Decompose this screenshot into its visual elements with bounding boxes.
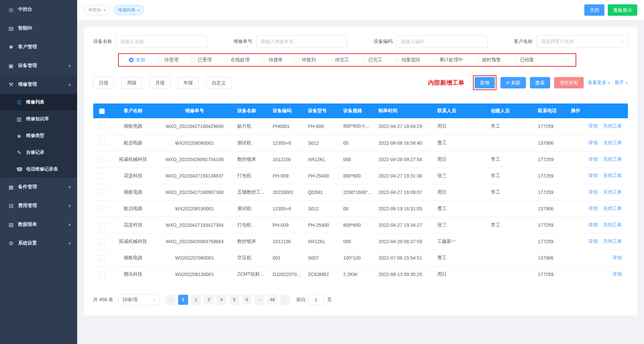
- view-more-link[interactable]: 查看更多 ∨: [588, 80, 610, 86]
- status-radio[interactable]: 累计处理中: [432, 57, 463, 63]
- close-order-link[interactable]: 关闭工单: [603, 123, 622, 129]
- column-header[interactable]: 联系人员: [433, 104, 487, 118]
- column-header[interactable]: 设备规格: [339, 104, 374, 118]
- sidebar-item-spares[interactable]: ▦ 备件管理 ∨: [0, 178, 77, 196]
- status-radio[interactable]: 结案驳回: [394, 57, 420, 63]
- clear-all-button[interactable]: 清空所有: [554, 77, 584, 88]
- page-button[interactable]: ···: [255, 295, 265, 305]
- close-order-link[interactable]: 关闭工单: [603, 206, 622, 211]
- next-page-button[interactable]: ›: [280, 295, 290, 305]
- row-checkbox[interactable]: [99, 190, 105, 195]
- row-checkbox[interactable]: [99, 255, 105, 261]
- detail-link[interactable]: 详情: [612, 271, 622, 277]
- row-checkbox[interactable]: [99, 173, 105, 179]
- report-range-button[interactable]: 周报: [121, 77, 142, 89]
- status-radio[interactable]: 待签到: [295, 57, 316, 63]
- page-button[interactable]: 2: [191, 295, 201, 305]
- status-radio[interactable]: 待完工: [328, 57, 349, 63]
- row-checkbox[interactable]: [99, 157, 105, 162]
- column-header[interactable]: 设备型号: [304, 104, 339, 118]
- report-range-button[interactable]: 月报: [150, 77, 170, 89]
- close-order-link[interactable]: 关闭工单: [603, 173, 622, 178]
- row-checkbox[interactable]: [99, 140, 105, 146]
- column-header[interactable]: 客户名称: [110, 104, 156, 118]
- column-header[interactable]: 联系电话: [534, 104, 567, 118]
- customer-select[interactable]: 请选择客户名称 ∨: [537, 35, 628, 48]
- status-radio[interactable]: 超时预警: [475, 57, 501, 63]
- sidebar-item-bi[interactable]: ▤ 智能BI: [0, 19, 77, 38]
- cell-device-model: S012: [304, 200, 339, 217]
- detail-link[interactable]: 详情: [588, 173, 598, 178]
- search-button[interactable]: 搜索: [530, 77, 550, 88]
- close-icon[interactable]: ×: [103, 8, 106, 13]
- sidebar-item-repair-type[interactable]: ◈ 维修类型: [0, 127, 77, 144]
- tab-repair-list[interactable]: 维修列表 ×: [114, 5, 145, 15]
- detail-link[interactable]: 详情: [588, 206, 598, 211]
- status-radio[interactable]: 在线处理: [224, 57, 250, 63]
- page-button[interactable]: 3: [204, 295, 214, 305]
- row-checkbox[interactable]: [99, 239, 105, 244]
- close-order-link[interactable]: 关闭工单: [603, 189, 622, 195]
- goto-page-input[interactable]: [308, 294, 324, 305]
- detail-link[interactable]: 详情: [588, 156, 598, 162]
- row-checkbox[interactable]: [99, 124, 105, 129]
- detail-link[interactable]: 详情: [612, 255, 622, 260]
- column-header[interactable]: 设备编码: [269, 104, 304, 118]
- add-button[interactable]: 新增: [475, 77, 495, 88]
- detail-link[interactable]: 详情: [588, 123, 598, 129]
- device-code-input[interactable]: [396, 35, 488, 48]
- detail-link[interactable]: 详情: [588, 238, 598, 244]
- status-radio[interactable]: 待接单: [262, 57, 283, 63]
- page-button[interactable]: 1: [178, 295, 188, 305]
- report-range-button[interactable]: 日报: [93, 77, 114, 89]
- report-range-button[interactable]: 年报: [178, 77, 199, 89]
- expand-link[interactable]: 展开 ∨: [614, 80, 628, 86]
- refresh-button[interactable]: ⟳刷新: [500, 77, 526, 88]
- sidebar-item-settings[interactable]: ⚙ 系统设置 ∨: [0, 234, 77, 253]
- page-button[interactable]: 4: [216, 295, 226, 305]
- row-checkbox[interactable]: [99, 206, 105, 211]
- column-header[interactable]: 设备名称: [233, 104, 269, 118]
- sidebar-item-repair-knowledge[interactable]: ▥ 维修知识库: [0, 111, 77, 127]
- sidebar-item-phone-record[interactable]: ☎ 电话维修记录表: [0, 161, 77, 178]
- sidebar-item-repair-list[interactable]: ☰ 维修列表: [0, 94, 77, 111]
- close-order-link[interactable]: 关闭工单: [603, 238, 622, 244]
- close-order-link[interactable]: 关闭工单: [603, 222, 622, 227]
- order-no-input[interactable]: [256, 35, 347, 48]
- tab-console[interactable]: 中控台 ×: [84, 5, 110, 15]
- device-name-input[interactable]: [116, 35, 207, 48]
- page-button[interactable]: 6: [242, 295, 252, 305]
- sidebar-item-repair[interactable]: ⚒ 维修管理 ∧: [0, 75, 77, 94]
- detail-link[interactable]: 详情: [588, 222, 598, 227]
- board-display-button[interactable]: 看板展示: [608, 4, 637, 16]
- detail-link[interactable]: 详情: [588, 189, 598, 195]
- sidebar-item-reports[interactable]: ▧ 数据报表 ∨: [0, 215, 77, 234]
- close-icon[interactable]: ×: [138, 8, 140, 13]
- close-order-link[interactable]: 关闭工单: [603, 156, 622, 162]
- select-all-checkbox[interactable]: [99, 109, 105, 114]
- column-header[interactable]: 制单时间: [374, 104, 433, 118]
- row-checkbox[interactable]: [99, 222, 105, 228]
- status-radio[interactable]: 待受理: [157, 57, 178, 63]
- sidebar-item-cost[interactable]: ⊟ 费用管理 ∨: [0, 196, 77, 215]
- page-size-select[interactable]: 10条/页 ∨: [118, 294, 159, 305]
- sidebar-item-devices[interactable]: ▣ 设备管理 ∨: [0, 56, 77, 75]
- status-radio[interactable]: 全部: [129, 57, 145, 63]
- prev-page-button[interactable]: ‹: [165, 295, 175, 305]
- sidebar-item-console[interactable]: ◎ 中控台: [0, 0, 77, 19]
- detail-link[interactable]: 详情: [588, 140, 598, 145]
- close-button[interactable]: 关闭: [584, 4, 604, 16]
- close-order-link[interactable]: 关闭工单: [603, 140, 622, 145]
- page-button[interactable]: 46: [267, 295, 277, 305]
- column-header[interactable]: 维修单号: [156, 104, 233, 118]
- row-checkbox[interactable]: [99, 272, 105, 277]
- status-radio[interactable]: 已受理: [191, 57, 212, 63]
- status-radio[interactable]: 已结案: [513, 57, 534, 63]
- page-button[interactable]: 5: [229, 295, 239, 305]
- column-header[interactable]: 创建人员: [487, 104, 534, 118]
- status-radio[interactable]: 已完工: [361, 57, 382, 63]
- report-range-button[interactable]: 自定义: [206, 77, 231, 89]
- sidebar-item-customers[interactable]: ☻ 客户管理: [0, 38, 77, 56]
- sidebar-item-self-repair[interactable]: ✎ 自修记录: [0, 144, 77, 161]
- column-header[interactable]: 操作: [567, 104, 628, 118]
